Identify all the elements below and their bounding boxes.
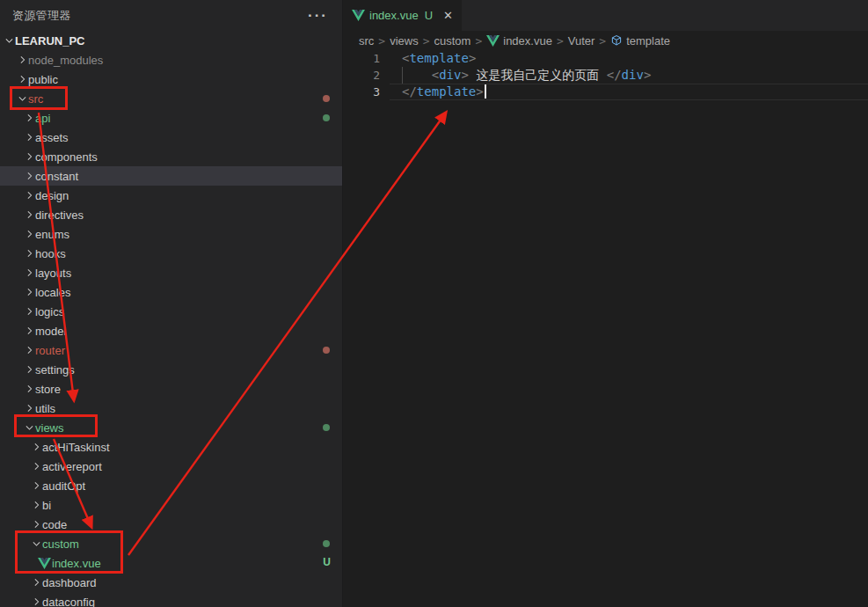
breadcrumb: src>views>custom>index.vue>Vuter>templat… (344, 31, 868, 50)
breadcrumb-item-index.vue[interactable]: index.vue (486, 34, 552, 48)
indent-guide (402, 67, 403, 84)
tree-root-learun-pc[interactable]: LEARUN_PC (0, 31, 342, 50)
tree-item-label: utils (35, 402, 59, 415)
vue-icon (38, 558, 52, 569)
tree-item-router[interactable]: router (0, 340, 342, 360)
tree-item-store[interactable]: store (0, 379, 342, 399)
line-number: 3 (344, 84, 390, 100)
breadcrumb-label: custom (434, 34, 471, 48)
tree-item-label: code (42, 518, 70, 531)
git-status-dot-icon (323, 347, 330, 354)
chevron-right-icon (17, 53, 28, 67)
close-icon[interactable]: ✕ (443, 9, 453, 22)
tree-item-src[interactable]: src (0, 89, 342, 108)
chevron-right-icon (24, 304, 35, 318)
tree-item-label: store (35, 383, 64, 396)
code-line-3[interactable]: 3</template> (344, 84, 868, 100)
tree-item-api[interactable]: api (0, 108, 342, 128)
chevron-right-icon (24, 266, 35, 280)
breadcrumb-item-custom[interactable]: custom (434, 34, 471, 48)
chevron-right-icon: > (599, 34, 606, 48)
chevron-right-icon (31, 498, 42, 512)
vue-icon (486, 35, 500, 47)
tree-item-utils[interactable]: utils (0, 399, 342, 418)
tree-item-model[interactable]: model (0, 321, 342, 340)
tree-item-settings[interactable]: settings (0, 360, 342, 379)
tree-item-label: locales (35, 286, 74, 299)
tree-item-hooks[interactable]: hooks (0, 244, 342, 263)
tab-index-vue[interactable]: index.vue U ✕ (344, 0, 462, 31)
tree-item-directives[interactable]: directives (0, 205, 342, 224)
tree-item-label: dashboard (42, 576, 99, 589)
chevron-right-icon (24, 150, 35, 164)
tree-item-index.vue[interactable]: index.vueU (0, 553, 342, 573)
tree-item-label: dataconfig (42, 596, 98, 607)
code-token (402, 68, 432, 82)
tree-item-dataconfig[interactable]: dataconfig (0, 592, 342, 607)
code-token: < (432, 68, 439, 82)
explorer-sidebar: 资源管理器 ··· LEARUN_PC node_modulespublicsr… (0, 0, 343, 607)
more-actions-icon[interactable]: ··· (308, 11, 328, 20)
breadcrumb-label: Vuter (568, 34, 595, 48)
code-token: </ (607, 68, 622, 82)
chevron-right-icon (24, 343, 35, 357)
tree-item-components[interactable]: components (0, 147, 342, 166)
tree-item-layouts[interactable]: layouts (0, 263, 342, 282)
sidebar-title: 资源管理器 (12, 8, 71, 24)
chevron-right-icon (24, 227, 35, 241)
breadcrumb-item-Vuter[interactable]: Vuter (568, 34, 595, 48)
tree-item-activereport[interactable]: activereport (0, 457, 342, 476)
git-status-dot-icon (323, 95, 330, 102)
breadcrumb-item-views[interactable]: views (390, 34, 419, 48)
breadcrumb-label: src (359, 34, 374, 48)
code-token: template (409, 51, 468, 65)
tab-git-status: U (425, 9, 433, 22)
tree-item-locales[interactable]: locales (0, 282, 342, 302)
code-area: 1<template>2 <div> 这是我自己定义的页面 </div>3</t… (344, 50, 868, 100)
chevron-down-icon (17, 91, 28, 106)
tree-item-auditOpt[interactable]: auditOpt (0, 476, 342, 495)
tree-item-design[interactable]: design (0, 186, 342, 205)
breadcrumb-item-template[interactable]: template (610, 34, 670, 48)
tree-item-label: layouts (35, 267, 75, 280)
code-token: > (469, 51, 476, 65)
tree-item-label: views (35, 421, 68, 435)
tree-item-label: node_modules (28, 54, 106, 67)
tree-item-code[interactable]: code (0, 515, 342, 534)
code-token: > (461, 68, 468, 82)
tree-item-dashboard[interactable]: dashboard (0, 573, 342, 592)
git-status-letter: U (323, 556, 331, 568)
vscode-window: { "colors": { "annotation_red": "#e62117… (0, 0, 868, 607)
tree-item-node_modules[interactable]: node_modules (0, 50, 342, 69)
text-cursor-icon (485, 84, 486, 99)
code-token: template (417, 84, 476, 99)
code-line-1[interactable]: 1<template> (344, 50, 868, 67)
line-number: 1 (344, 50, 390, 67)
tree-item-views[interactable]: views (0, 418, 342, 437)
chevron-right-icon: > (423, 34, 430, 48)
tree-item-enums[interactable]: enums (0, 224, 342, 244)
tab-label: index.vue (369, 9, 419, 22)
tree-item-bi[interactable]: bi (0, 495, 342, 515)
tree-item-assets[interactable]: assets (0, 128, 342, 147)
tree-root-label: LEARUN_PC (15, 34, 88, 48)
chevron-right-icon: > (378, 34, 385, 48)
tree-item-label: index.vue (52, 557, 105, 570)
tree-item-constant[interactable]: constant (0, 166, 342, 186)
chevron-right-icon (17, 72, 28, 86)
tree-item-public[interactable]: public (0, 69, 342, 89)
vue-icon (352, 10, 365, 21)
tree-item-logics[interactable]: logics (0, 302, 342, 321)
breadcrumb-item-src[interactable]: src (359, 34, 374, 48)
tree-item-actHiTaskinst[interactable]: actHiTaskinst (0, 437, 342, 457)
tree-item-label: src (28, 92, 47, 106)
chevron-right-icon: > (557, 34, 564, 48)
code-line-2[interactable]: 2 <div> 这是我自己定义的页面 </div> (344, 67, 868, 84)
tree-item-label: auditOpt (42, 479, 89, 493)
tree-item-custom[interactable]: custom (0, 534, 342, 553)
tree-item-label: public (28, 73, 62, 86)
chevron-right-icon (24, 169, 35, 183)
chevron-down-icon (24, 421, 35, 435)
breadcrumb-label: index.vue (503, 34, 552, 48)
tree-item-label: settings (35, 363, 78, 377)
